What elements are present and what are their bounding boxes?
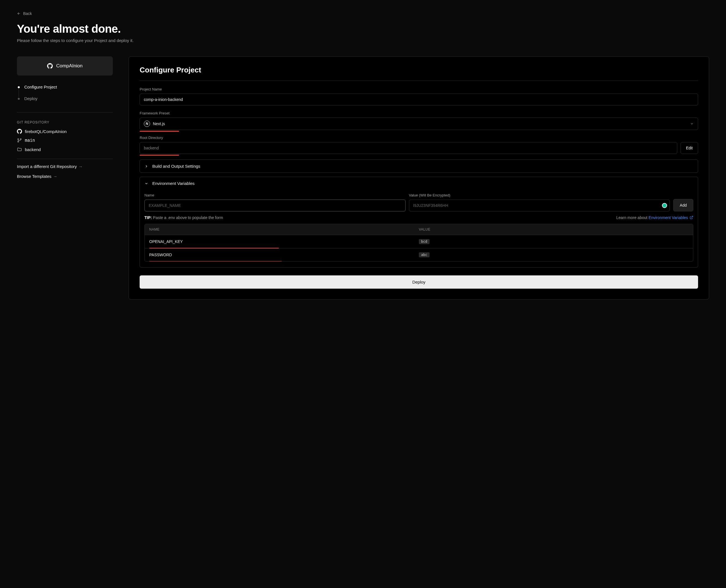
- branch-name: main: [25, 138, 35, 143]
- annotation-underline: [140, 155, 179, 155]
- repo-card-name: CompAInion: [56, 63, 83, 69]
- github-icon: [47, 63, 53, 69]
- project-name-label: Project Name: [140, 87, 698, 91]
- deploy-button[interactable]: Deploy: [140, 275, 698, 289]
- env-row-value: abc: [419, 252, 429, 257]
- env-vars-section: Environment Variables Name Value (Will B…: [140, 177, 698, 268]
- browse-templates-link[interactable]: Browse Templates →: [17, 174, 113, 179]
- env-row-name: OPENAI_API_KEY: [149, 239, 419, 244]
- configure-panel: Configure Project Project Name Framework…: [128, 56, 709, 300]
- project-name-input[interactable]: [140, 93, 698, 105]
- env-value-label: Value (Will Be Encrypted): [409, 193, 670, 197]
- env-th-name: NAME: [149, 228, 419, 231]
- env-table-head: NAME VALUE: [145, 224, 693, 235]
- svg-point-2: [20, 139, 21, 140]
- arrow-right-icon: →: [53, 174, 57, 179]
- panel-title: Configure Project: [140, 66, 698, 81]
- table-row: PASSWORD abc: [145, 248, 693, 261]
- nextjs-icon: N: [144, 121, 150, 127]
- env-value-input[interactable]: [409, 200, 670, 211]
- rootdir-input: [140, 142, 677, 154]
- repo-full-name: firebotQL/CompAInion: [25, 129, 66, 134]
- framework-select[interactable]: N Next.js: [140, 118, 698, 130]
- build-settings-toggle[interactable]: Build and Output Settings: [140, 160, 698, 172]
- add-button[interactable]: Add: [673, 199, 693, 211]
- env-table: NAME VALUE OPENAI_API_KEY bcd PASSWORD a…: [144, 224, 693, 261]
- svg-point-0: [18, 139, 19, 140]
- env-learn-more: Learn more about Environment Variables: [616, 215, 693, 220]
- repo-card: CompAInion: [17, 56, 113, 76]
- branch-row: main: [17, 138, 113, 143]
- env-tip: TIP: Paste a .env above to populate the …: [144, 215, 223, 220]
- sidebar: CompAInion Configure Project Deploy GIT …: [17, 56, 113, 179]
- arrow-right-icon: →: [78, 164, 83, 169]
- folder-row: backend: [17, 147, 113, 152]
- chevron-down-icon: [144, 182, 148, 186]
- table-row: OPENAI_API_KEY bcd: [145, 235, 693, 248]
- framework-value: Next.js: [153, 122, 165, 126]
- rootdir-label: Root Directory: [140, 135, 698, 140]
- page-title: You're almost done.: [17, 23, 709, 35]
- step-configure: Configure Project: [24, 85, 113, 96]
- annotation-underline: [149, 261, 282, 261]
- svg-point-1: [18, 141, 19, 142]
- chevron-right-icon: [144, 164, 148, 168]
- framework-label: Framework Preset: [140, 111, 698, 115]
- env-docs-link[interactable]: Environment Variables: [648, 215, 693, 220]
- env-th-value: VALUE: [419, 228, 688, 231]
- env-row-name: PASSWORD: [149, 253, 419, 257]
- env-vars-toggle[interactable]: Environment Variables: [140, 177, 698, 190]
- arrow-left-icon: [17, 12, 21, 16]
- external-link-icon: [690, 216, 693, 219]
- branch-icon: [17, 138, 22, 143]
- grammarly-icon: [662, 203, 667, 208]
- env-name-input[interactable]: [144, 200, 406, 211]
- folder-name: backend: [25, 147, 41, 152]
- env-vars-label: Environment Variables: [152, 181, 195, 186]
- github-icon: [17, 129, 22, 134]
- steps: Configure Project Deploy: [17, 85, 113, 101]
- step-deploy: Deploy: [24, 96, 113, 101]
- chevron-down-icon: [690, 122, 694, 126]
- git-repo-heading: GIT REPOSITORY: [17, 120, 113, 124]
- build-settings-label: Build and Output Settings: [152, 164, 200, 169]
- import-repo-link[interactable]: Import a different Git Repository →: [17, 164, 113, 169]
- folder-icon: [17, 147, 22, 152]
- annotation-underline: [140, 131, 179, 132]
- back-link[interactable]: Back: [17, 11, 32, 16]
- env-name-label: Name: [144, 193, 406, 197]
- page-subtitle: Please follow the steps to configure you…: [17, 38, 709, 43]
- edit-button[interactable]: Edit: [681, 142, 698, 154]
- main: Configure Project Project Name Framework…: [128, 56, 709, 300]
- build-settings-section: Build and Output Settings: [140, 160, 698, 173]
- env-row-value: bcd: [419, 239, 429, 244]
- repo-full-row: firebotQL/CompAInion: [17, 129, 113, 134]
- back-label: Back: [23, 11, 32, 16]
- divider: [17, 112, 113, 112]
